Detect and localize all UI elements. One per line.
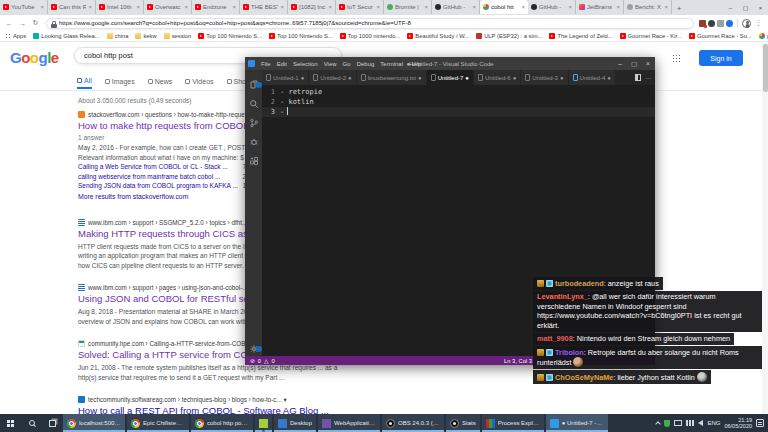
maximize-button[interactable]: ▢ <box>738 0 753 15</box>
result-sublink[interactable]: calling webservice from mainframe batch … <box>78 172 246 182</box>
browser-tab[interactable]: GitHub - × <box>528 0 576 14</box>
editor-line[interactable]: 3 - <box>262 107 655 117</box>
antivirus-tray-icon[interactable] <box>664 420 670 427</box>
extension-icon[interactable] <box>708 20 715 27</box>
extensions-icon[interactable] <box>249 152 259 162</box>
extension-icon[interactable] <box>717 20 724 27</box>
editor-tab[interactable]: Untitled-1 ● <box>262 70 309 85</box>
tab-close-icon[interactable]: × <box>232 4 236 10</box>
tab-close-icon[interactable]: × <box>424 4 428 10</box>
start-button[interactable] <box>0 414 21 432</box>
action-center-icon[interactable] <box>756 419 764 427</box>
search-category-tab[interactable]: Images <box>105 77 135 89</box>
browser-menu-icon[interactable]: ⋮ <box>753 19 764 27</box>
chat-username[interactable]: LevantinLynx_ <box>537 292 588 301</box>
taskbar-app-button[interactable] <box>255 414 272 432</box>
tab-close-icon[interactable]: × <box>472 4 476 10</box>
chat-username[interactable]: Tribolon <box>555 348 584 357</box>
bookmark-item[interactable]: Top 1000 nintendo... <box>340 33 401 39</box>
more-actions-icon[interactable]: ··· <box>645 75 651 81</box>
bookmark-item[interactable]: session <box>164 33 192 39</box>
vscode-title-bar[interactable]: FileEditSelectionViewGoDebugTerminalHelp… <box>245 57 655 70</box>
keyboard-language[interactable]: ENG <box>707 420 720 426</box>
result-sublink[interactable]: Calling a Web Service from COBOL or CL -… <box>78 162 246 172</box>
taskbar-clock[interactable]: 21:19 06/05/2020 <box>724 417 752 430</box>
browser-tab[interactable]: [1082] Inc × <box>288 0 336 14</box>
editor-tab[interactable]: Untitled-3 ● <box>521 70 568 85</box>
scrollbar-thumb[interactable] <box>763 44 768 92</box>
debug-icon[interactable] <box>249 133 259 143</box>
editor-tab[interactable]: Untitled-4 ● <box>569 70 616 85</box>
taskbar-app-button[interactable]: Epic Chillstep Colle... <box>127 414 189 432</box>
volume-tray-icon[interactable] <box>698 420 703 426</box>
dirty-indicator-icon[interactable]: ● <box>465 75 469 81</box>
bookmark-item[interactable]: gachibass gif - Goo... <box>759 33 768 39</box>
search-category-tab[interactable]: All <box>77 77 92 89</box>
sign-in-button[interactable]: Sign in <box>699 50 743 66</box>
taskbar-app-button[interactable]: cobol http post - G... <box>191 414 253 432</box>
source-control-icon[interactable] <box>249 114 259 124</box>
taskbar-app-button[interactable]: ● Untitled-7 - Visua... <box>546 414 608 432</box>
maximize-button[interactable]: ▢ <box>627 60 641 68</box>
display-tray-icon[interactable] <box>674 420 682 426</box>
profile-avatar[interactable] <box>742 19 751 28</box>
tab-close-icon[interactable]: × <box>280 4 284 10</box>
dirty-indicator-icon[interactable]: ● <box>301 75 305 81</box>
tab-close-icon[interactable]: × <box>568 4 572 10</box>
chat-username[interactable]: ChOoSeMyNaMe <box>555 373 613 382</box>
chat-username[interactable]: matt_9908 <box>537 334 573 343</box>
tab-close-icon[interactable]: × <box>184 4 188 10</box>
editor-tab[interactable]: Untitled-7 ● <box>427 70 474 85</box>
sublink-text[interactable]: calling webservice from mainframe batch … <box>78 172 220 182</box>
taskbar-app-button[interactable]: OBS 24.0.3 (64-bit, ... <box>382 414 444 432</box>
bookmark-item[interactable]: Apps <box>5 33 26 39</box>
sublink-text[interactable]: Calling a Web Service from COBOL or CL -… <box>78 162 228 172</box>
minimize-button[interactable]: – <box>723 0 738 15</box>
explorer-icon[interactable] <box>249 76 259 86</box>
close-button[interactable]: × <box>753 0 768 15</box>
bookmark-item[interactable]: Gourmet Race - Kir... <box>620 33 682 39</box>
cursor-position[interactable]: Ln 3, Col 3 <box>504 358 532 364</box>
task-view-button[interactable] <box>42 414 63 432</box>
new-tab-button[interactable]: + <box>672 1 686 15</box>
browser-tab[interactable]: cobol htt × <box>480 0 528 14</box>
dirty-indicator-icon[interactable]: ● <box>513 75 517 81</box>
browser-tab[interactable]: Endzone × <box>192 0 240 14</box>
search-category-tab[interactable]: Videos <box>185 77 213 89</box>
menu-item[interactable]: File <box>258 61 274 67</box>
menu-item[interactable]: Edit <box>274 61 290 67</box>
adblock-extension-icon[interactable] <box>699 20 706 27</box>
tab-close-icon[interactable]: × <box>88 4 92 10</box>
errors-icon[interactable]: ⊘ <box>250 358 255 364</box>
address-bar[interactable]: https://www.google.com/search?q=cobol+ht… <box>46 18 694 29</box>
tab-close-icon[interactable]: × <box>521 4 525 10</box>
editor-line[interactable]: 2 - kotlin <box>262 97 655 107</box>
split-editor-icon[interactable] <box>635 74 641 81</box>
minimize-button[interactable]: – <box>613 60 627 68</box>
bookmark-item[interactable]: Top 100 Nintendo S... <box>269 33 333 39</box>
google-apps-grid-icon[interactable] <box>672 54 680 62</box>
reload-icon[interactable]: ↻ <box>30 19 41 27</box>
taskbar-app-button[interactable]: WebApplication11... <box>318 414 380 432</box>
tab-close-icon[interactable]: × <box>616 4 620 10</box>
browser-tab[interactable]: YouTube × <box>0 0 48 14</box>
menu-item[interactable]: Debug <box>354 61 378 67</box>
warnings-icon[interactable]: △ <box>264 358 268 364</box>
menu-item[interactable]: View <box>321 61 340 67</box>
chat-username[interactable]: turbodeadend <box>555 279 604 288</box>
editor-tab[interactable]: Untitled-2 ● <box>309 70 356 85</box>
menu-item[interactable]: Go <box>340 61 354 67</box>
back-icon[interactable]: ← <box>4 20 15 27</box>
menu-item[interactable]: Selection <box>290 61 321 67</box>
tab-close-icon[interactable]: × <box>328 4 332 10</box>
browser-tab[interactable]: Overwatc × <box>144 0 192 14</box>
url-text[interactable]: https://www.google.com/search?q=cobol+ht… <box>59 20 688 26</box>
tab-close-icon[interactable]: × <box>376 4 380 10</box>
dirty-indicator-icon[interactable]: ● <box>418 75 422 81</box>
forward-icon[interactable]: → <box>17 20 28 27</box>
browser-tab[interactable]: IoT Secur × <box>336 0 384 14</box>
tab-close-icon[interactable]: × <box>664 4 668 10</box>
network-tray-icon[interactable] <box>686 420 694 426</box>
browser-tab[interactable]: THE BEST × <box>240 0 288 14</box>
dirty-indicator-icon[interactable]: ● <box>348 75 352 81</box>
